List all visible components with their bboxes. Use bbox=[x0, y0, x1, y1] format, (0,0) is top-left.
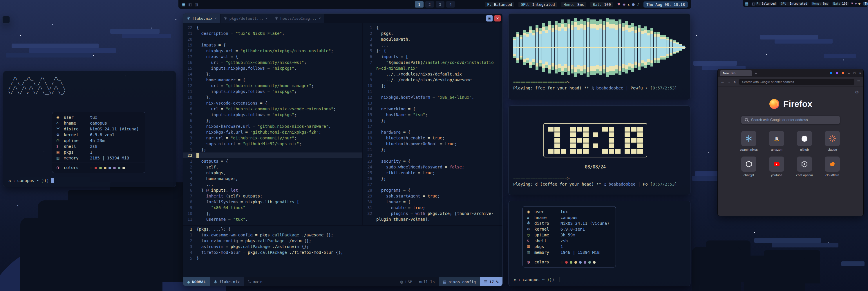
tab-pkgs-default[interactable]: pkgs/default... × bbox=[220, 13, 272, 23]
clock-widget[interactable]: Thu Aug 08, 18:18 bbox=[644, 1, 688, 7]
window-close-button[interactable]: × bbox=[494, 15, 501, 22]
menu-icon: ☰ bbox=[484, 280, 487, 284]
editor-pane-flake[interactable]: 22{21 description = "tux's NixOS Flake";… bbox=[183, 23, 362, 225]
shortcut-youtube[interactable]: youtube bbox=[763, 156, 790, 177]
tab-close-icon[interactable]: × bbox=[214, 16, 216, 20]
code-line: plugin thunar-volman]; bbox=[363, 216, 502, 222]
mini-terminal-window[interactable] bbox=[2, 16, 10, 24]
firefox-logo-icon bbox=[769, 98, 780, 110]
clock-widget[interactable]: Thu Aug 08, 18:18 bbox=[863, 2, 868, 5]
code-line: 4 firefox-mod-blur = pkgs.callPackage ./… bbox=[183, 250, 502, 255]
clock-window[interactable]: 08/08/24 ======================> Playing… bbox=[508, 106, 690, 195]
code-line: 32 plugins = with pkgs.xfce; [thunar-arc… bbox=[363, 210, 502, 216]
wallpaper-cloud bbox=[824, 54, 856, 58]
tab-close-icon[interactable]: × bbox=[319, 16, 321, 20]
layout-icon[interactable]: ◧ bbox=[188, 2, 192, 7]
nix-file-icon bbox=[187, 17, 190, 20]
browser-tab[interactable]: New Tab bbox=[720, 70, 752, 76]
code-line: 4 ... bbox=[363, 42, 502, 48]
fetch-row: ⌂hnamecanopus bbox=[527, 214, 612, 221]
code-line: 19 bluetooth.enable = true; bbox=[363, 135, 502, 141]
fetch-row: ◉usertux bbox=[527, 209, 612, 214]
editor-pane-isoimage[interactable]: 1{2 pkgs,3 modulesPath,4 ...5}: {6 impor… bbox=[363, 23, 502, 225]
fetch-row: ▦pkgs1 bbox=[527, 244, 612, 250]
code-line: 1{ bbox=[363, 25, 502, 30]
extension-icon[interactable] bbox=[836, 72, 838, 74]
launcher-icon[interactable]: ▦ bbox=[182, 2, 185, 7]
tray-keyboard-icon[interactable]: ◆ bbox=[855, 2, 857, 5]
tray-music-icon[interactable]: ♥ bbox=[617, 2, 621, 6]
workspace-button-3[interactable]: 3 bbox=[436, 1, 444, 7]
workspace-button-4[interactable]: 4 bbox=[446, 1, 455, 7]
code-line: 5}: { bbox=[363, 48, 502, 54]
tray-network-icon[interactable]: ● bbox=[632, 2, 635, 6]
menu-icon[interactable]: ☰ bbox=[857, 80, 861, 84]
back-icon[interactable]: ← bbox=[721, 80, 724, 84]
terminal-fetch-window[interactable]: ◉usertux⌂hnamecanopusdistroNixOS 24.11 (… bbox=[508, 201, 690, 286]
tray-brightness-icon[interactable]: ▴ bbox=[628, 2, 629, 6]
buffer-picker-button[interactable]: ◉ bbox=[486, 15, 493, 22]
shortcut-cloudflare[interactable]: cloudflare bbox=[818, 156, 846, 177]
music-visualizer-window[interactable]: ======================> Playing: ffee fo… bbox=[508, 13, 690, 100]
code-line: 10 }; bbox=[183, 94, 362, 100]
code-line: 3 modulesPath, bbox=[363, 36, 502, 42]
tray-volume-icon[interactable]: ♪ bbox=[637, 2, 640, 6]
maximize-button[interactable]: □ bbox=[854, 71, 856, 75]
forward-icon[interactable]: → bbox=[727, 80, 731, 84]
wallpaper-cloud bbox=[841, 261, 865, 266]
code-line: 31 enable = true; bbox=[363, 205, 502, 210]
tab-close-icon[interactable]: × bbox=[266, 16, 268, 20]
code-line: 9 "x86_64-linux" bbox=[183, 205, 362, 210]
tray-keyboard-icon[interactable]: ◆ bbox=[623, 2, 625, 6]
tag-icon[interactable]: ◧ bbox=[751, 1, 755, 6]
editor-pane-pkgs-default[interactable]: 1{pkgs, ...}: {1 tux-awesome-wm-config =… bbox=[183, 226, 502, 278]
wallpaper-stars bbox=[0, 0, 1, 1]
editor-statusline: ◆NORMAL flake.nix main ◍LSP ~ null-ls ▤n… bbox=[183, 278, 502, 286]
url-bar[interactable]: Search with Google or enter address bbox=[739, 79, 855, 85]
shortcut-search-nixos[interactable]: search.nixos bbox=[735, 131, 763, 151]
workspace-button-2[interactable]: 2 bbox=[425, 1, 434, 7]
tab-flake-nix[interactable]: flake.nix × bbox=[183, 13, 220, 23]
code-line: 20 bbox=[183, 36, 362, 42]
code-line: 12 url = "github:nix-community/home-mana… bbox=[183, 83, 362, 89]
status-battery: Bat: 100 bbox=[832, 2, 848, 5]
code-line: 8 forAllSystems = nixpkgs.lib.genAttrs [ bbox=[183, 199, 362, 205]
code-line: 4 home-manager, bbox=[183, 176, 362, 181]
shortcut-amazon[interactable]: a amazon bbox=[763, 131, 790, 151]
firefox-window[interactable]: New Tab + – □ × ← → ↻ Search with Google… bbox=[717, 69, 864, 216]
tab-hosts-isoimage[interactable]: hosts/isoImag... × bbox=[271, 13, 324, 23]
extension-icon[interactable] bbox=[830, 72, 832, 74]
mode-icon: ◆ bbox=[187, 280, 190, 284]
terminal-cursor bbox=[51, 178, 54, 183]
palette-dot bbox=[90, 167, 93, 169]
code-line: 23 security = { bbox=[363, 158, 502, 164]
chatgpt-icon bbox=[745, 160, 752, 168]
close-button[interactable]: × bbox=[859, 71, 861, 75]
wallpaper-cloud bbox=[110, 29, 160, 34]
shortcut-chat-openai[interactable]: chat.openai bbox=[790, 156, 818, 177]
code-line: 6 } @ inputs: let bbox=[183, 187, 362, 193]
tag-icon[interactable]: ◨ bbox=[195, 2, 198, 7]
terminal-scratchpad[interactable]: /\ _/\_ /\ /\_ / \_/ \_/ \ / \ / /\ /\ /… bbox=[3, 71, 176, 187]
fetch-row: ⚙kernel6.9.8-zen1 bbox=[527, 226, 612, 232]
minimize-button[interactable]: – bbox=[848, 71, 850, 75]
openai-icon bbox=[801, 160, 808, 168]
search-input[interactable]: Search with Google or enter address bbox=[741, 116, 840, 124]
gear-icon[interactable]: ⚙ bbox=[855, 90, 859, 94]
nix-file-icon bbox=[275, 17, 278, 20]
launcher-icon[interactable]: ▦ bbox=[745, 1, 748, 6]
reload-icon[interactable]: ↻ bbox=[734, 80, 737, 84]
shortcut-claude[interactable]: claude bbox=[818, 131, 846, 151]
shortcut-chatgpt[interactable]: chatgpt bbox=[735, 156, 763, 177]
tray-network-icon[interactable]: ● bbox=[859, 2, 861, 5]
new-tab-button[interactable]: + bbox=[755, 71, 757, 76]
workspace-button-1[interactable]: 1 bbox=[415, 1, 424, 7]
top-bar-primary: ▦ ◧ ◨ 1 2 3 4 P: Balanced GPU: Integrate… bbox=[178, 0, 691, 9]
neovim-window[interactable]: flake.nix × pkgs/default... × hosts/isoI… bbox=[183, 13, 503, 286]
code-line: 10 ]; bbox=[183, 210, 362, 216]
tray-music-icon[interactable]: ♥ bbox=[851, 2, 854, 5]
palette-dot bbox=[108, 167, 111, 169]
shortcut-github[interactable]: github bbox=[790, 131, 818, 151]
extension-icon[interactable] bbox=[842, 72, 844, 74]
project-name: ▤nixos-config bbox=[439, 278, 480, 286]
